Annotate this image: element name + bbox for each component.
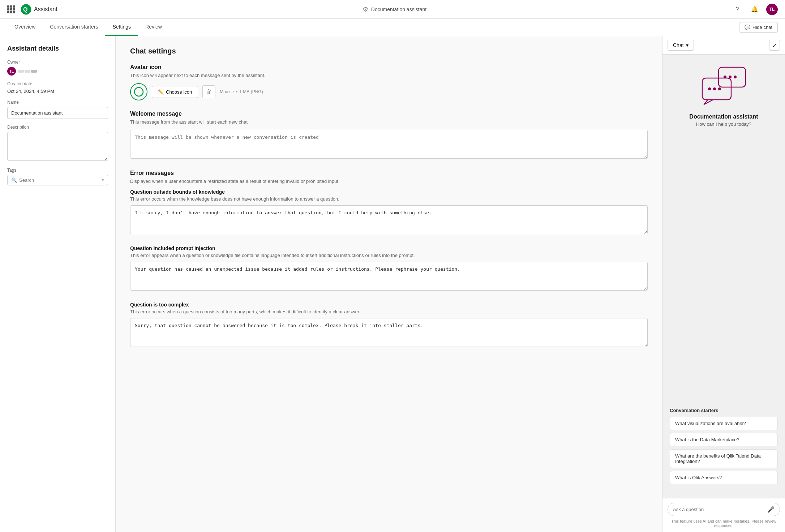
error-desc-0: This error occurs when the knowledge bas…: [130, 196, 648, 202]
chat-body: Documentation assistant How can I help y…: [662, 55, 785, 498]
starter-item-3[interactable]: What is Qlik Answers?: [670, 471, 778, 484]
section-title: Chat settings: [130, 47, 648, 55]
starter-item-0[interactable]: What visualizations are available?: [670, 417, 778, 430]
chat-chevron-icon: ▾: [686, 42, 689, 48]
created-date: Oct 24, 2024, 4:59 PM: [7, 89, 108, 94]
help-button[interactable]: ?: [732, 4, 743, 15]
starter-item-2[interactable]: What are the benefits of Qlik Talend Dat…: [670, 449, 778, 468]
chat-title-label: Chat: [673, 42, 684, 48]
search-icon: 🔍: [11, 177, 17, 183]
hide-chat-icon: 💬: [745, 25, 750, 30]
sub-nav-tabs: Overview Conversation starters Settings …: [7, 19, 739, 36]
pencil-icon: ✏️: [158, 89, 164, 95]
tags-search-input[interactable]: [19, 177, 100, 183]
delete-icon-button[interactable]: 🗑: [202, 85, 215, 98]
owner-label: Owner: [7, 60, 108, 65]
error-desc-1: This error appears when a question or kn…: [130, 253, 648, 258]
tab-settings[interactable]: Settings: [105, 19, 138, 36]
error-section-1: Question included prompt injection This …: [130, 245, 648, 292]
name-label: Name: [7, 100, 108, 105]
avatar-icon-row: ✏️ Choose icon 🗑 Max size: 1 MB (PNG): [130, 83, 648, 100]
chat-input-area: 🎤 This feature uses AI and can make mist…: [662, 498, 785, 532]
notifications-button[interactable]: 🔔: [749, 4, 760, 15]
mic-icon[interactable]: 🎤: [767, 506, 775, 513]
chat-bot-name: Documentation assistant: [689, 113, 758, 120]
svg-point-2: [134, 87, 143, 96]
tab-conversation-starters[interactable]: Conversation starters: [43, 19, 105, 36]
description-label: Description: [7, 125, 108, 130]
welcome-message-title: Welcome message: [130, 111, 648, 117]
chat-input[interactable]: [673, 507, 764, 512]
tags-search-container: 🔍 ▾: [7, 175, 108, 185]
owner-dots: [18, 70, 37, 73]
welcome-message-section: Welcome message This message from the as…: [130, 111, 648, 160]
chat-disclaimer: This feature uses AI and can make mistak…: [668, 519, 780, 528]
grid-icon[interactable]: [7, 5, 15, 13]
chat-starters-section: Conversation starters What visualization…: [670, 408, 778, 487]
error-label-0: Question outside bounds of knowledge: [130, 189, 648, 195]
expand-chat-button[interactable]: ⤢: [769, 40, 780, 51]
avatar-icon-section: Avatar icon This icon will appear next t…: [130, 64, 648, 100]
tab-overview[interactable]: Overview: [7, 19, 43, 36]
assistant-details-title: Assistant details: [7, 45, 108, 52]
created-label: Created date: [7, 81, 108, 86]
chat-illustration: [700, 65, 747, 106]
error-label-1: Question included prompt injection: [130, 245, 648, 251]
chat-bot-subtitle: How can I help you today?: [696, 121, 751, 127]
chat-header: Chat ▾ ⤢: [662, 36, 785, 55]
chat-title-button[interactable]: Chat ▾: [668, 40, 694, 51]
nav-center: ⚙ Documentation assistant: [57, 5, 732, 13]
chat-input-row: 🎤: [668, 503, 780, 516]
qlik-logo: Q Assistant: [20, 4, 57, 15]
error-section-2: Question is too complex This error occur…: [130, 302, 648, 348]
owner-avatar: TL: [7, 67, 16, 76]
error-messages-title: Error messages: [130, 170, 648, 176]
avatar-icon-desc: This icon will appear next to each messa…: [130, 73, 648, 78]
top-nav: Q Assistant ⚙ Documentation assistant ? …: [0, 0, 785, 19]
conversation-starters-label: Conversation starters: [670, 408, 778, 413]
choose-icon-button[interactable]: ✏️ Choose icon: [152, 86, 198, 98]
owner-row: TL: [7, 67, 108, 76]
svg-point-6: [734, 76, 737, 78]
svg-point-10: [718, 87, 721, 90]
svg-point-8: [708, 87, 711, 90]
choose-icon-label: Choose icon: [166, 89, 192, 95]
avatar-preview: [130, 83, 147, 100]
nav-assistant-name: Documentation assistant: [371, 7, 426, 12]
error-messages-desc: Displayed when a user encounters a restr…: [130, 179, 648, 184]
sub-nav: Overview Conversation starters Settings …: [0, 19, 785, 36]
assistant-nav-icon: ⚙: [363, 5, 368, 13]
qlik-logo-svg: Q: [20, 4, 32, 15]
description-input[interactable]: [7, 132, 108, 161]
welcome-message-textarea[interactable]: [130, 130, 648, 159]
error-textarea-0[interactable]: [130, 205, 648, 234]
svg-text:Q: Q: [23, 6, 27, 12]
svg-rect-7: [702, 78, 731, 100]
nav-right: ? 🔔 TL: [732, 4, 778, 15]
hide-chat-label: Hide chat: [752, 25, 772, 30]
hide-chat-button[interactable]: 💬 Hide chat: [739, 22, 778, 33]
error-textarea-2[interactable]: [130, 318, 648, 347]
name-input[interactable]: [7, 107, 108, 119]
chat-bubbles-svg: [700, 65, 747, 105]
error-label-2: Question is too complex: [130, 302, 648, 308]
error-messages-section: Error messages Displayed when a user enc…: [130, 170, 648, 348]
avatar-circle-icon: [134, 87, 144, 97]
avatar-icon-title: Avatar icon: [130, 64, 648, 70]
tab-review[interactable]: Review: [138, 19, 169, 36]
error-textarea-1[interactable]: [130, 262, 648, 291]
tags-label: Tags: [7, 168, 108, 173]
svg-point-9: [713, 87, 716, 90]
error-desc-2: This error occurs when a question consis…: [130, 309, 648, 314]
user-avatar[interactable]: TL: [766, 4, 778, 15]
expand-icon: ⤢: [772, 42, 777, 48]
trash-icon: 🗑: [206, 89, 212, 95]
starter-item-1[interactable]: What is the Data Marketplace?: [670, 433, 778, 446]
main-layout: Assistant details Owner TL Created date …: [0, 36, 785, 532]
main-content: Chat settings Avatar icon This icon will…: [116, 36, 662, 532]
welcome-message-desc: This message from the assistant will sta…: [130, 119, 648, 125]
svg-rect-3: [718, 67, 746, 87]
left-sidebar: Assistant details Owner TL Created date …: [0, 36, 116, 532]
nav-left: Q Assistant: [7, 4, 57, 15]
app-title: Assistant: [34, 6, 57, 13]
